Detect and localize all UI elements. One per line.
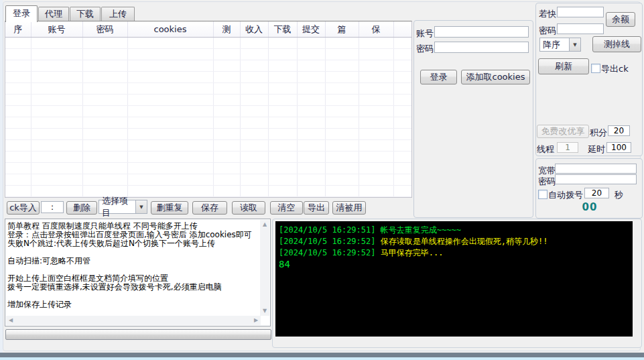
dedupe-button[interactable]: 删重复: [151, 201, 188, 215]
table-row[interactable]: [5, 152, 411, 163]
points-label: 积分: [590, 127, 607, 139]
col-header-filler: [393, 21, 411, 38]
sort-dropdown[interactable]: 降序 ▼: [539, 38, 581, 52]
test-offline-button[interactable]: 测掉线: [592, 36, 641, 52]
col-header-index[interactable]: 序: [5, 21, 31, 38]
account-label: 账号: [416, 27, 434, 40]
broadband-input[interactable]: [555, 164, 637, 174]
col-header-test[interactable]: 测: [213, 21, 240, 38]
dial-counter: 00: [556, 201, 623, 213]
app-window: 登录 代理 下载 上传 序 账号 密码 cookies 测 收入 下载 提交: [0, 0, 644, 360]
table-row[interactable]: [5, 38, 411, 49]
log-message: 帐号去重复完成~~~~~: [381, 225, 461, 235]
table-row[interactable]: [5, 140, 411, 152]
tab-login[interactable]: 登录: [5, 5, 38, 22]
table-row[interactable]: [5, 163, 411, 174]
console-log[interactable]: [2024/10/5 16:29:51] 帐号去重复完成~~~~~ [2024/…: [275, 221, 633, 337]
ruokuai-password-input[interactable]: [557, 23, 604, 34]
export-ck-label: 导出ck: [601, 63, 629, 75]
account-input[interactable]: [434, 26, 529, 38]
scroll-up-icon[interactable]: ▲: [260, 220, 269, 229]
dial-password-input[interactable]: [555, 174, 637, 184]
table-row[interactable]: [5, 72, 411, 83]
refresh-button[interactable]: 刷新: [538, 58, 589, 74]
log-line: [2024/10/5 16:29:52] 保存读取是单线程操作会出现假死,稍等几…: [279, 236, 633, 247]
delete-button[interactable]: 删除: [66, 201, 97, 215]
table-row[interactable]: [5, 129, 411, 140]
ck-import-button[interactable]: ck导入: [7, 201, 40, 215]
ruokuai-input[interactable]: [557, 7, 604, 17]
log-timestamp: [2024/10/5 16:29:52]: [279, 237, 376, 246]
clear-disabled-button[interactable]: 清被用: [332, 201, 366, 215]
col-header-account[interactable]: 账号: [31, 21, 82, 38]
auto-dial-label: 自动拨号: [548, 189, 583, 201]
col-header-article[interactable]: 篇: [325, 21, 359, 38]
log-message: 马甲保存完毕...: [381, 248, 444, 257]
progress-bar: [5, 329, 271, 340]
points-input[interactable]: [608, 125, 630, 136]
delay-label: 延时: [588, 143, 605, 156]
threads-input[interactable]: [557, 142, 578, 153]
select-project-dropdown[interactable]: 选择项目 ▼: [99, 200, 147, 214]
scroll-down-icon[interactable]: ▼: [260, 306, 269, 316]
delay-input[interactable]: [606, 142, 631, 153]
table-row[interactable]: [5, 186, 411, 197]
scroll-right-icon[interactable]: ▶: [251, 316, 261, 325]
window-bottom-frame: [0, 353, 644, 357]
instruction-line: 失败N个跳过:代表上传失败后超过N个切换下一个账号上传: [7, 239, 261, 248]
col-header-download[interactable]: 下载: [268, 21, 297, 38]
chevron-down-icon[interactable]: ▼: [569, 38, 580, 51]
read-button[interactable]: 读取: [232, 201, 265, 215]
table-row[interactable]: [5, 106, 411, 117]
tab-upload[interactable]: 上传: [101, 7, 135, 21]
horizontal-scrollbar[interactable]: ◀ ▶: [6, 316, 261, 325]
password-input[interactable]: [434, 42, 529, 53]
export-button[interactable]: 导出: [304, 201, 329, 215]
clear-button[interactable]: 清空: [270, 201, 303, 215]
instructions-textarea[interactable]: 简单教程 百度限制速度只能单线程 不同号能多开上传 登录：点击登录按钮弹出百度登…: [5, 219, 271, 326]
ruokuai-password-label: 密码: [539, 25, 556, 37]
table-row[interactable]: [5, 60, 411, 72]
table-header-row: 序 账号 密码 cookies 测 收入 下载 提交 篇 保: [5, 21, 411, 38]
instruction-line: 简单教程 百度限制速度只能单线程 不同号能多开上传: [7, 222, 261, 231]
log-timestamp: [2024/10/5 16:29:51]: [279, 225, 376, 235]
instruction-line: 开始上传上面空白框框是文档简介填写的位置: [7, 274, 261, 283]
instruction-line: [7, 265, 261, 274]
instruction-line: 增加保存上传记录: [7, 300, 261, 309]
vertical-scrollbar[interactable]: ▲ ▼: [260, 220, 269, 316]
col-header-keep[interactable]: 保: [359, 21, 393, 38]
table-row[interactable]: [5, 117, 411, 129]
col-header-income[interactable]: 收入: [240, 21, 268, 38]
table-row[interactable]: [5, 95, 411, 106]
add-cookies-button[interactable]: 添加取cookies: [461, 70, 530, 84]
tab-download[interactable]: 下载: [70, 7, 101, 21]
scroll-left-icon[interactable]: ◀: [6, 316, 15, 325]
tab-proxy[interactable]: 代理: [38, 7, 69, 21]
select-project-value: 选择项目: [99, 195, 135, 219]
threads-label: 线程: [537, 143, 554, 156]
table-row[interactable]: [5, 83, 411, 95]
instruction-line: 自动扫描:可忽略不用管: [7, 257, 261, 265]
separator-input[interactable]: [41, 201, 64, 213]
dial-interval-input[interactable]: [584, 188, 609, 198]
table-row[interactable]: [5, 49, 411, 60]
window-left-edge: [0, 0, 3, 353]
chevron-down-icon[interactable]: ▼: [135, 200, 147, 213]
table-body: [5, 38, 411, 197]
col-header-submit[interactable]: 提交: [297, 21, 325, 38]
free-upgrade-button: 免费改优享: [537, 125, 589, 138]
col-header-password[interactable]: 密码: [82, 21, 127, 38]
password-label: 密码: [416, 43, 434, 55]
auto-dial-checkbox[interactable]: [538, 190, 548, 199]
sort-value: 降序: [540, 39, 569, 51]
table-row[interactable]: [5, 174, 411, 186]
instructions-text: 简单教程 百度限制速度只能单线程 不同号能多开上传 登录：点击登录按钮弹出百度登…: [7, 222, 261, 309]
log-line: [2024/10/5 16:29:52] 马甲保存完毕...: [279, 247, 633, 259]
balance-button[interactable]: 余额: [606, 12, 635, 27]
ruokuai-label: 若快: [539, 8, 556, 20]
export-ck-checkbox[interactable]: [591, 64, 600, 73]
login-button[interactable]: 登录: [420, 70, 457, 84]
col-header-cookies[interactable]: cookies: [127, 21, 213, 38]
log-line: [2024/10/5 16:29:51] 帐号去重复完成~~~~~: [279, 225, 633, 236]
save-button[interactable]: 保存: [192, 201, 227, 215]
